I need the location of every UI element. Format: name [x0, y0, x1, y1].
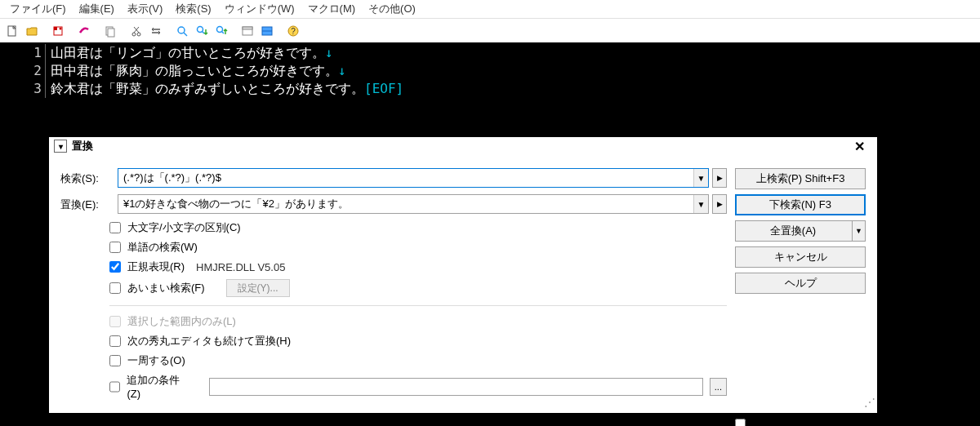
text-editor[interactable]: 1 山田君は「リンゴ」の甘いところが好きです。↓ 2 田中君は「豚肉」の脂っこい… — [0, 42, 980, 98]
editor-line: 2 田中君は「豚肉」の脂っこいところが好きです。↓ — [0, 62, 980, 80]
save-icon[interactable] — [49, 22, 67, 40]
svg-rect-4 — [108, 29, 114, 37]
fuzzy-label: あいまい検索(F) — [127, 281, 205, 295]
additional-condition-button[interactable]: ... — [710, 378, 727, 396]
help-icon[interactable]: ? — [284, 22, 302, 40]
search-history-button[interactable]: ▶ — [712, 168, 727, 188]
separator — [109, 305, 727, 306]
wrap-checkbox[interactable] — [109, 355, 121, 366]
menu-macro[interactable]: マクロ(M) — [301, 0, 363, 18]
svg-point-7 — [178, 27, 185, 33]
line-number: 2 — [0, 62, 46, 80]
search-label: 検索(S): — [60, 168, 109, 186]
editor-line: 1 山田君は「リンゴ」の甘いところが好きです。↓ — [0, 44, 980, 62]
cancel-button[interactable]: キャンセル — [735, 246, 866, 268]
system-menu-icon[interactable]: ▾ — [54, 140, 67, 153]
replace-dialog: ▾ 置換 ✕ 検索(S): ▼ ▶ 上検索(P) Shift+F3 下検索(N)… — [49, 137, 877, 413]
resize-grip-icon[interactable]: ⋰ — [864, 400, 875, 411]
editor-line: 3 鈴木君は「野菜」のみずみずしいところが好きです。[EOF] — [0, 80, 980, 98]
word-checkbox[interactable] — [109, 242, 121, 253]
new-file-icon[interactable] — [3, 22, 21, 40]
highlight-checkbox[interactable] — [735, 419, 746, 427]
word-label: 単語の検索(W) — [127, 240, 198, 255]
copy-icon[interactable] — [101, 22, 119, 40]
open-file-icon[interactable] — [23, 22, 41, 40]
svg-point-8 — [198, 26, 203, 32]
search-up-icon[interactable] — [212, 22, 230, 40]
dialog-titlebar[interactable]: ▾ 置換 ✕ — [49, 137, 877, 155]
fuzzy-settings-button: 設定(Y)... — [226, 279, 290, 297]
search-down-button[interactable]: 下検索(N) F3 — [735, 194, 866, 215]
menu-edit[interactable]: 編集(E) — [73, 0, 121, 18]
chevron-down-icon[interactable]: ▼ — [852, 221, 865, 241]
selection-label: 選択した範囲内のみ(L) — [127, 314, 236, 329]
replace-input[interactable] — [118, 195, 693, 213]
svg-point-6 — [137, 33, 140, 36]
replace-combo[interactable]: ▼ — [118, 194, 709, 214]
regex-dll-label: HMJRE.DLL V5.05 — [196, 261, 285, 273]
additional-label: 追加の条件(Z) — [127, 373, 190, 400]
menu-view[interactable]: 表示(V) — [121, 0, 169, 18]
svg-point-5 — [132, 33, 136, 36]
search-down-icon[interactable] — [193, 22, 211, 40]
search-combo[interactable]: ▼ — [118, 168, 709, 188]
wrap-label: 一周する(O) — [127, 353, 185, 368]
next-editor-label: 次の秀丸エディタも続けて置換(H) — [127, 334, 291, 348]
additional-condition-input[interactable] — [209, 378, 703, 396]
chevron-down-icon[interactable]: ▼ — [693, 195, 708, 213]
eof-marker: [EOF] — [364, 81, 403, 96]
zoom-icon[interactable] — [173, 22, 191, 40]
menu-search[interactable]: 検索(S) — [169, 0, 217, 18]
svg-point-2 — [60, 27, 62, 29]
line-text: 山田君は「リンゴ」の甘いところが好きです。 — [51, 45, 325, 60]
menu-file[interactable]: ファイル(F) — [3, 0, 73, 18]
svg-point-9 — [217, 26, 223, 32]
dialog-title: 置換 — [72, 139, 93, 153]
search-up-button[interactable]: 上検索(P) Shift+F3 — [735, 168, 866, 189]
toolbar: ? — [0, 18, 980, 42]
chevron-down-icon[interactable]: ▼ — [693, 169, 708, 187]
paste-icon[interactable] — [147, 22, 165, 40]
eol-marker: ↓ — [338, 63, 346, 78]
line-text: 田中君は「豚肉」の脂っこいところが好きです。 — [51, 63, 338, 78]
marker-icon[interactable] — [75, 22, 93, 40]
split-icon[interactable] — [258, 22, 276, 40]
line-text: 鈴木君は「野菜」のみずみずしいところが好きです。 — [51, 81, 364, 96]
line-number: 3 — [0, 80, 46, 98]
additional-checkbox[interactable] — [109, 381, 120, 393]
cut-icon[interactable] — [127, 22, 145, 40]
svg-text:?: ? — [291, 27, 296, 36]
window-icon[interactable] — [238, 22, 256, 40]
svg-rect-11 — [243, 27, 252, 29]
menu-bar: ファイル(F) 編集(E) 表示(V) 検索(S) ウィンドウ(W) マクロ(M… — [0, 0, 980, 18]
replace-label: 置換(E): — [60, 194, 109, 212]
highlight-label: 検索文字列を強調(I) — [751, 416, 845, 426]
regex-checkbox[interactable] — [109, 261, 121, 273]
eol-marker: ↓ — [325, 45, 333, 60]
close-icon[interactable]: ✕ — [846, 137, 872, 155]
case-checkbox[interactable] — [109, 222, 121, 233]
menu-other[interactable]: その他(O) — [362, 0, 422, 18]
next-editor-checkbox[interactable] — [109, 335, 121, 347]
replace-all-button[interactable]: 全置換(A)▼ — [735, 220, 866, 242]
case-label: 大文字/小文字の区別(C) — [127, 220, 241, 235]
replace-history-button[interactable]: ▶ — [712, 194, 727, 214]
fuzzy-checkbox[interactable] — [109, 282, 121, 294]
regex-label: 正規表現(R) — [127, 260, 185, 274]
help-button[interactable]: ヘルプ — [735, 273, 866, 294]
menu-window[interactable]: ウィンドウ(W) — [218, 0, 301, 18]
selection-checkbox — [109, 316, 121, 327]
search-input[interactable] — [118, 169, 693, 187]
line-number: 1 — [0, 44, 46, 62]
